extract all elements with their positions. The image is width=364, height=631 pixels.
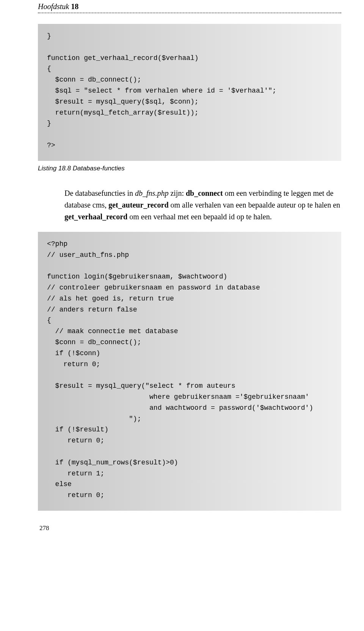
text-run: om een verhaal met een bepaald id op te …: [127, 212, 271, 221]
inline-bold: db_connect: [186, 189, 223, 197]
text-run: De databasefuncties in: [64, 189, 135, 197]
body-paragraph: De databasefuncties in db_fns.php zijn: …: [64, 187, 341, 223]
page-number: 278: [39, 524, 341, 532]
page: Hoofdstuk 18 } function get_verhaal_reco…: [0, 0, 364, 547]
text-run: om alle verhalen van een bepaalde auteur…: [169, 201, 340, 209]
chapter-number: 18: [71, 2, 78, 11]
code-listing-1: } function get_verhaal_record($verhaal) …: [38, 24, 341, 161]
inline-italic: db_fns.php: [135, 189, 168, 197]
text-run: zijn:: [168, 189, 186, 197]
code-listing-2: <?php // user_auth_fns.php function logi…: [38, 232, 341, 511]
chapter-label: Hoofdstuk: [38, 2, 69, 11]
inline-bold: get_auteur_record: [108, 201, 168, 209]
listing-caption: Listing 18.8 Database-functies: [38, 165, 341, 172]
chapter-header: Hoofdstuk 18: [38, 0, 341, 13]
inline-bold: get_verhaal_record: [64, 212, 127, 221]
